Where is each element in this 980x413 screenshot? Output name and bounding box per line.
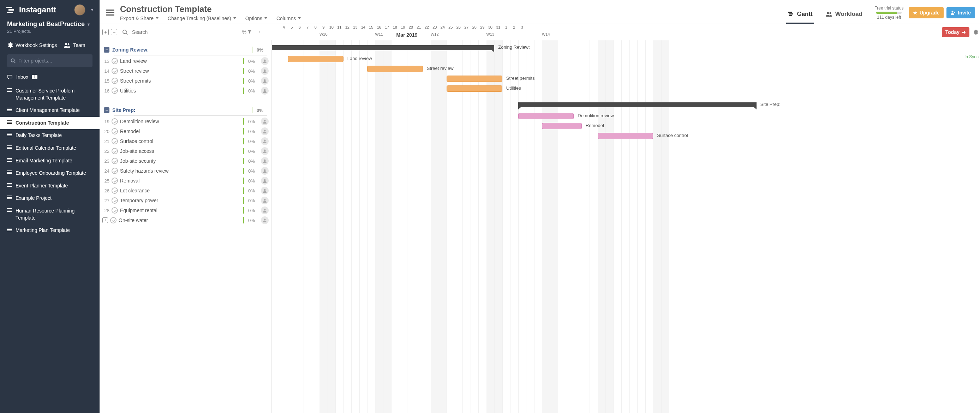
task-row[interactable]: 14Street review0% xyxy=(100,66,272,76)
workspace-switcher[interactable]: Marketing at BestPractice ▾ xyxy=(0,18,100,29)
upgrade-button[interactable]: ★ Upgrade xyxy=(909,7,944,18)
assignee-avatar[interactable] xyxy=(261,157,269,165)
summary-bar[interactable] xyxy=(518,102,757,107)
gantt-chart[interactable]: In Sync Zoning Review:Land reviewStreet … xyxy=(272,40,980,413)
filter-placeholder: Filter projects... xyxy=(18,58,52,64)
task-row[interactable]: 24Safety hazards review0% xyxy=(100,166,272,176)
gantt-bar[interactable] xyxy=(542,123,582,129)
assignee-avatar[interactable] xyxy=(261,67,269,75)
sidebar-item-project[interactable]: Marketing Plan Template xyxy=(0,224,100,237)
menu-item[interactable]: Change Tracking (Baselines) xyxy=(168,16,236,21)
assignee-avatar[interactable] xyxy=(261,87,269,95)
complete-toggle[interactable] xyxy=(111,138,118,145)
collapse-icon[interactable]: − xyxy=(104,107,110,113)
task-row[interactable]: 26Lot clearance0% xyxy=(100,186,272,195)
menu-item[interactable]: Export & Share xyxy=(120,16,159,21)
percent-filter[interactable]: % xyxy=(242,29,251,35)
sidebar-item-project[interactable]: Customer Service Problem Management Temp… xyxy=(0,85,100,104)
sidebar-item-project[interactable]: Event Planner Template xyxy=(0,179,100,192)
sidebar-item-project[interactable]: Client Management Template xyxy=(0,104,100,117)
complete-toggle[interactable] xyxy=(111,118,118,125)
day-label: 26 xyxy=(457,25,461,29)
team-link[interactable]: Team xyxy=(64,42,85,48)
add-icon[interactable]: + xyxy=(102,218,108,223)
sidebar-item-project[interactable]: Example Project xyxy=(0,192,100,205)
summary-bar[interactable] xyxy=(272,45,494,50)
search-input[interactable] xyxy=(132,29,240,35)
brand-logo[interactable]: Instagantt xyxy=(6,5,71,14)
complete-toggle[interactable] xyxy=(111,68,118,74)
complete-toggle[interactable] xyxy=(111,168,118,174)
sidebar: Instagantt ▾ Marketing at BestPractice ▾… xyxy=(0,0,100,413)
invite-button[interactable]: Invite xyxy=(947,7,975,18)
assignee-avatar[interactable] xyxy=(261,177,269,184)
task-row[interactable]: +On-site water0% xyxy=(100,215,272,225)
collapse-icon[interactable]: − xyxy=(104,47,110,52)
sidebar-item-project[interactable]: Human Resource Planning Template xyxy=(0,205,100,224)
complete-toggle[interactable] xyxy=(111,207,118,214)
task-row[interactable]: 27Temporary power0% xyxy=(100,195,272,205)
gantt-bar[interactable] xyxy=(367,66,423,72)
assignee-avatar[interactable] xyxy=(261,197,269,204)
complete-toggle[interactable] xyxy=(111,128,118,135)
assignee-avatar[interactable] xyxy=(261,77,269,85)
gantt-bar[interactable] xyxy=(598,133,654,139)
task-group-header[interactable]: −Zoning Review:0% xyxy=(100,45,272,54)
sidebar-item-project[interactable]: Daily Tasks Template xyxy=(0,129,100,142)
filter-icon xyxy=(248,30,251,34)
gantt-bar[interactable] xyxy=(288,56,344,62)
complete-toggle[interactable] xyxy=(110,217,116,224)
chevron-down-icon[interactable]: ▾ xyxy=(91,7,93,12)
task-row[interactable]: 22Job-site access0% xyxy=(100,146,272,156)
menu-icon[interactable] xyxy=(106,10,115,16)
complete-toggle[interactable] xyxy=(111,87,118,94)
task-row[interactable]: 25Removal0% xyxy=(100,176,272,186)
collapse-all-button[interactable]: − xyxy=(111,29,117,35)
task-row[interactable]: 23Job-site security0% xyxy=(100,156,272,166)
gantt-bar[interactable] xyxy=(518,113,574,119)
sidebar-item-project[interactable]: Editorial Calendar Template xyxy=(0,142,100,155)
assignee-avatar[interactable] xyxy=(261,187,269,194)
complete-toggle[interactable] xyxy=(111,148,118,154)
gantt-bar[interactable] xyxy=(447,86,502,92)
assignee-avatar[interactable] xyxy=(261,167,269,175)
complete-toggle[interactable] xyxy=(111,78,118,84)
workbook-settings-link[interactable]: Workbook Settings xyxy=(7,42,57,48)
task-group-header[interactable]: −Site Prep:0% xyxy=(100,106,272,115)
sidebar-item-project[interactable]: Construction Template xyxy=(0,117,100,130)
inbox-link[interactable]: Inbox 1 xyxy=(0,71,100,83)
avatar[interactable] xyxy=(74,4,86,16)
expand-all-button[interactable]: + xyxy=(102,29,109,35)
task-row[interactable]: 15Street permits0% xyxy=(100,76,272,86)
list-icon xyxy=(7,228,12,231)
tab-gantt[interactable]: Gantt xyxy=(786,7,814,24)
complete-toggle[interactable] xyxy=(111,187,118,194)
assignee-avatar[interactable] xyxy=(261,57,269,65)
menu-item[interactable]: Options xyxy=(245,16,267,21)
complete-toggle[interactable] xyxy=(111,197,118,204)
complete-toggle[interactable] xyxy=(111,158,118,164)
gantt-bar[interactable] xyxy=(447,76,502,82)
complete-toggle[interactable] xyxy=(111,178,118,184)
assignee-avatar[interactable] xyxy=(261,127,269,135)
task-row[interactable]: 19Demolition review0% xyxy=(100,116,272,126)
task-row[interactable]: 21Surface control0% xyxy=(100,136,272,146)
task-row[interactable]: 20Remodel0% xyxy=(100,126,272,136)
complete-toggle[interactable] xyxy=(111,58,118,64)
task-row[interactable]: 16Utilities0% xyxy=(100,86,272,96)
assignee-avatar[interactable] xyxy=(261,206,269,214)
task-row[interactable]: 28Equipment rental0% xyxy=(100,205,272,215)
filter-projects-input[interactable]: Filter projects... xyxy=(7,54,92,67)
day-label: 22 xyxy=(425,25,429,29)
menu-item[interactable]: Columns xyxy=(277,16,301,21)
sidebar-item-project[interactable]: Employee Onboarding Template xyxy=(0,167,100,179)
assignee-avatar[interactable] xyxy=(261,118,269,125)
task-row[interactable]: 13Land review0% xyxy=(100,56,272,66)
assignee-avatar[interactable] xyxy=(261,147,269,155)
assignee-avatar[interactable] xyxy=(261,137,269,145)
summary-label: Site Prep: xyxy=(760,102,781,107)
sidebar-item-project[interactable]: Email Marketing Template xyxy=(0,155,100,167)
assignee-avatar[interactable] xyxy=(261,216,269,224)
tab-workload[interactable]: Workload xyxy=(824,7,864,24)
back-arrow-button[interactable]: ← xyxy=(258,28,264,36)
